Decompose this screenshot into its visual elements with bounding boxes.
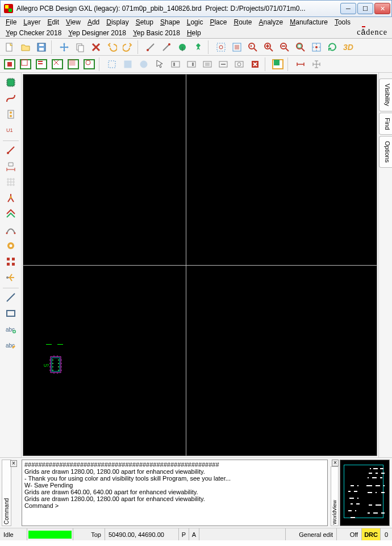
minimize-button[interactable]: ─ xyxy=(340,3,356,14)
group-a-icon[interactable] xyxy=(168,57,183,71)
group-c-icon[interactable] xyxy=(200,57,215,71)
open-icon[interactable] xyxy=(18,40,33,54)
menu-file[interactable]: File xyxy=(2,17,20,27)
trace-icon[interactable] xyxy=(3,91,19,106)
menu-add[interactable]: Add xyxy=(84,17,103,27)
move-icon[interactable] xyxy=(57,40,72,54)
disp-6-icon[interactable] xyxy=(82,57,97,71)
menu-yep-designer[interactable]: Yep Designer 2018 xyxy=(65,28,130,38)
3d-view-icon[interactable]: 3D xyxy=(341,40,356,54)
menu-view[interactable]: View xyxy=(62,17,84,27)
layer-icon[interactable] xyxy=(270,57,285,71)
text-add-icon[interactable]: abc xyxy=(3,322,19,337)
dim-h-icon[interactable] xyxy=(293,57,308,71)
group-d-icon[interactable] xyxy=(216,57,231,71)
menu-help[interactable]: Help xyxy=(184,28,205,38)
disp-3-icon[interactable] xyxy=(34,57,49,71)
select-circle-icon[interactable] xyxy=(136,57,151,71)
route-net-icon[interactable] xyxy=(3,206,19,221)
menu-yep-checker[interactable]: Yep Checker 2018 xyxy=(2,28,65,38)
svg-point-65 xyxy=(52,366,53,367)
tab-visibility[interactable]: Visibility xyxy=(379,78,392,111)
brand-logo: cādence xyxy=(357,27,387,37)
svg-rect-20 xyxy=(22,60,27,65)
select-fill-icon[interactable] xyxy=(120,57,135,71)
command-close-icon[interactable]: × xyxy=(10,460,17,467)
menu-display[interactable]: Display xyxy=(103,17,132,27)
status-a-button[interactable]: A xyxy=(189,528,199,540)
svg-rect-52 xyxy=(7,263,10,266)
zoom-out-icon[interactable] xyxy=(277,40,292,54)
group-b-icon[interactable] xyxy=(184,57,199,71)
disp-2-icon[interactable] xyxy=(18,57,33,71)
design-canvas[interactable]: U? xyxy=(23,74,377,456)
measure-b-icon[interactable] xyxy=(159,40,174,54)
pointer-icon[interactable] xyxy=(152,57,167,71)
disp-1-icon[interactable] xyxy=(2,57,17,71)
flag-green-icon[interactable] xyxy=(175,40,190,54)
menu-yep-basic[interactable]: Yep Basic 2018 xyxy=(130,28,184,38)
command-prompt[interactable]: Command > xyxy=(24,502,325,509)
menu-analyze[interactable]: Analyze xyxy=(256,17,287,27)
status-p-button[interactable]: P xyxy=(179,528,189,540)
menu-shape[interactable]: Shape xyxy=(157,17,184,27)
new-file-icon[interactable] xyxy=(2,40,17,54)
status-layer[interactable]: Top xyxy=(73,528,105,540)
delete-icon[interactable] xyxy=(89,40,103,54)
warn-icon[interactable] xyxy=(248,57,262,71)
zoom-fit-icon[interactable] xyxy=(230,40,244,54)
status-mode[interactable]: General edit xyxy=(286,528,337,540)
toolbar-separator xyxy=(3,288,19,288)
pad-icon[interactable] xyxy=(3,107,19,122)
rect-outline-icon[interactable] xyxy=(3,306,19,321)
ref-icon[interactable]: U1 xyxy=(3,123,19,138)
probe-icon[interactable] xyxy=(3,143,19,158)
close-button[interactable]: ✕ xyxy=(374,3,390,14)
dimension-icon[interactable] xyxy=(3,159,19,173)
branch-icon[interactable] xyxy=(3,191,19,205)
dim-hv-icon[interactable] xyxy=(309,57,324,71)
disp-4-icon[interactable] xyxy=(50,57,65,71)
menu-tools[interactable]: Tools xyxy=(331,17,354,27)
menu-place[interactable]: Place xyxy=(206,17,230,27)
array-icon[interactable] xyxy=(3,254,19,269)
zoom-in-icon[interactable] xyxy=(261,40,276,54)
redo-icon[interactable] xyxy=(120,40,135,54)
grid-ref-icon[interactable] xyxy=(3,175,19,189)
maximize-button[interactable]: ☐ xyxy=(357,3,373,14)
menu-setup[interactable]: Setup xyxy=(132,17,157,27)
save-icon[interactable] xyxy=(34,40,49,54)
worldview-canvas[interactable] xyxy=(340,460,390,526)
tab-find[interactable]: Find xyxy=(379,113,392,135)
menu-route[interactable]: Route xyxy=(230,17,255,27)
via-icon[interactable] xyxy=(3,238,19,253)
group-e-icon[interactable] xyxy=(232,57,247,71)
select-rect-icon[interactable] xyxy=(105,57,119,71)
copy-icon[interactable] xyxy=(73,40,87,54)
measure-a-icon[interactable] xyxy=(143,40,158,54)
status-drc[interactable]: DRC xyxy=(362,528,381,540)
tab-options[interactable]: Options xyxy=(379,136,392,168)
status-snap[interactable]: Off xyxy=(337,528,362,540)
zoom-window-icon[interactable] xyxy=(214,40,228,54)
undo-icon[interactable] xyxy=(105,40,119,54)
chip-green-icon[interactable] xyxy=(3,75,19,90)
zoom-center-icon[interactable] xyxy=(309,40,324,54)
fanout-icon[interactable] xyxy=(3,270,19,285)
menu-layer[interactable]: Layer xyxy=(20,17,44,27)
worldview-close-icon[interactable]: × xyxy=(332,460,339,466)
svg-rect-30 xyxy=(187,61,195,67)
menu-edit[interactable]: Edit xyxy=(44,17,62,27)
pin-icon[interactable] xyxy=(191,40,206,54)
refresh-icon[interactable] xyxy=(325,40,340,54)
zoom-sel-icon[interactable] xyxy=(293,40,308,54)
zoom-prev-icon[interactable] xyxy=(245,40,260,54)
menu-manufacture[interactable]: Manufacture xyxy=(286,17,331,27)
placed-component[interactable]: U? xyxy=(46,353,65,376)
line-icon[interactable] xyxy=(3,290,19,305)
menu-logic[interactable]: Logic xyxy=(184,17,207,27)
disp-5-icon[interactable] xyxy=(66,57,81,71)
stitch-icon[interactable] xyxy=(3,222,19,237)
command-log[interactable]: ########################################… xyxy=(22,460,328,526)
text-edit-icon[interactable]: abc xyxy=(3,338,19,353)
